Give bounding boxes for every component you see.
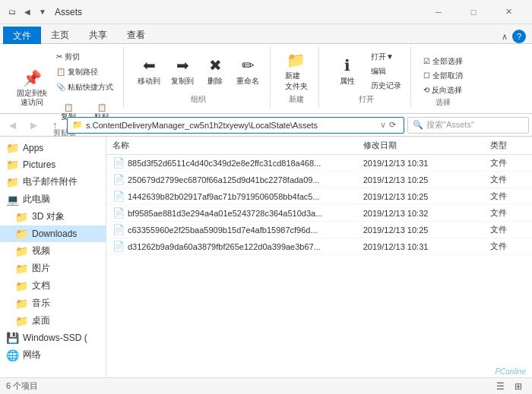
- ribbon-group-organize: ⬅ 移动到 ➡ 复制到 ✖ 删除 ✏ 重命名 组织: [127, 47, 271, 108]
- open-button[interactable]: 打开▼: [368, 50, 404, 64]
- copy-to-button[interactable]: ➡ 复制到: [166, 49, 198, 94]
- file-date-cell: 2019/12/13 10:25: [357, 172, 485, 188]
- tab-file[interactable]: 文件: [3, 27, 41, 44]
- window-controls: ─ □ ✕: [421, 0, 526, 24]
- maximize-button[interactable]: □: [456, 0, 491, 24]
- properties-button[interactable]: ℹ 属性: [328, 49, 366, 94]
- file-type-cell: 文件: [484, 188, 532, 205]
- file-name-cell: 📄d31262b9a9da60a3879fbf265e122d0a399ae3b…: [106, 238, 357, 255]
- table-row[interactable]: 📄885d3f52d6511c4d40c349d2e8e2ffc31cd818a…: [106, 155, 532, 172]
- sidebar-item-music[interactable]: 📁 音乐: [0, 295, 106, 312]
- invert-select-button[interactable]: ⟲ 反向选择: [420, 84, 466, 97]
- select-buttons: ☑ 全部选择 ☐ 全部取消 ⟲ 反向选择: [420, 55, 466, 97]
- view-detail-button[interactable]: ☰: [492, 380, 508, 393]
- tab-home[interactable]: 主页: [41, 27, 79, 43]
- title-bar: 🗂 ◀ ▼ Assets ─ □ ✕: [0, 0, 532, 24]
- nav-up-button[interactable]: ↑: [46, 116, 64, 134]
- table-row[interactable]: 📄250679d2799ec6870f66a125d9d41bc2278fada…: [106, 172, 532, 188]
- path-dropdown-icon[interactable]: ∨: [380, 120, 386, 130]
- help-button[interactable]: ?: [512, 30, 526, 43]
- nav-back-button[interactable]: ◀: [3, 116, 21, 134]
- rename-label: 重命名: [236, 76, 259, 87]
- status-bar-right: PConline ☰ ⊞: [492, 380, 526, 393]
- file-icon: 📄: [112, 174, 125, 185]
- sidebar-item-videos[interactable]: 📁 视频: [0, 242, 106, 260]
- open-buttons: ℹ 属性 打开▼ 编辑 历史记录: [328, 49, 404, 94]
- sidebar-item-network[interactable]: 🌐 网络: [0, 346, 106, 364]
- table-row[interactable]: 📄1442639b82b02917af9ac71b7919506058bb4fa…: [106, 188, 532, 205]
- sidebar-item-3d-objects[interactable]: 📁 3D 对象: [0, 208, 106, 225]
- file-name-cell: 📄bf9585ae881d3e294a4a01e5243728c364a510d…: [106, 205, 357, 222]
- paste-shortcut-button[interactable]: 📎 粘贴快捷方式: [53, 80, 117, 94]
- new-folder-label: 新建文件夹: [285, 71, 308, 92]
- file-date-cell: 2019/12/13 10:31: [357, 155, 485, 172]
- organize-buttons: ⬅ 移动到 ➡ 复制到 ✖ 删除 ✏ 重命名: [133, 49, 264, 94]
- col-type[interactable]: 类型: [484, 137, 532, 155]
- select-all-button[interactable]: ☑ 全部选择: [420, 55, 466, 68]
- sidebar-item-documents[interactable]: 📁 文档: [0, 277, 106, 295]
- new-folder-button[interactable]: 📁 新建文件夹: [280, 49, 312, 94]
- file-type-cell: 文件: [484, 238, 532, 255]
- file-date-cell: 2019/12/13 10:25: [357, 188, 485, 205]
- minimize-button[interactable]: ─: [421, 0, 456, 24]
- watermark: PConline: [495, 367, 526, 376]
- new-buttons: 📁 新建文件夹: [280, 49, 312, 94]
- table-row[interactable]: 📄bf9585ae881d3e294a4a01e5243728c364a510d…: [106, 205, 532, 222]
- this-pc-icon: 💻: [6, 194, 19, 206]
- sidebar-item-label: 音乐: [32, 297, 50, 310]
- pin-button[interactable]: 📌 固定到快速访问: [12, 65, 52, 111]
- sidebar-item-desktop[interactable]: 📁 桌面: [0, 312, 106, 329]
- close-button[interactable]: ✕: [491, 0, 526, 24]
- rename-icon: ✏: [242, 56, 255, 74]
- sidebar-item-pictures[interactable]: 📁 Pictures: [0, 156, 106, 173]
- sidebar-item-label: Windows-SSD (: [23, 333, 87, 343]
- history-button[interactable]: 历史记录: [368, 79, 404, 93]
- new-label: 新建: [289, 94, 304, 106]
- folder-music-icon: 📁: [15, 298, 28, 310]
- file-icon: 📄: [112, 157, 125, 169]
- sidebar-item-label: Apps: [23, 143, 43, 153]
- cut-button[interactable]: ✂ 剪切: [53, 50, 117, 64]
- tab-view[interactable]: 查看: [117, 27, 155, 43]
- file-list: 📄885d3f52d6511c4d40c349d2e8e2ffc31cd818a…: [106, 155, 532, 255]
- sidebar-item-this-pc[interactable]: 💻 此电脑: [0, 191, 106, 208]
- search-bar[interactable]: 🔍 搜索"Assets": [407, 117, 529, 134]
- status-bar: 6 个项目 PConline ☰ ⊞: [0, 377, 532, 394]
- deselect-all-button[interactable]: ☐ 全部取消: [420, 69, 466, 83]
- table-row[interactable]: 📄d31262b9a9da60a3879fbf265e122d0a399ae3b…: [106, 238, 532, 255]
- ribbon-collapse-btn[interactable]: ∧: [502, 32, 508, 42]
- address-bar[interactable]: 📁 s.ContentDeliveryManager_cw5n1h2txyewy…: [67, 117, 404, 134]
- sidebar-item-downloads[interactable]: 📁 Downloads: [0, 225, 106, 242]
- folder-images-icon: 📁: [15, 263, 28, 275]
- sidebar-item-label: 视频: [32, 244, 50, 257]
- table-row[interactable]: 📄c63355960e2f25baa5909b15d7e4afb15987cf9…: [106, 222, 532, 238]
- window-title: Assets: [55, 7, 421, 17]
- tab-share[interactable]: 共享: [79, 27, 117, 43]
- refresh-button[interactable]: ⟳: [386, 120, 399, 130]
- delete-button[interactable]: ✖ 删除: [200, 49, 230, 94]
- sidebar-item-label: Pictures: [23, 159, 55, 170]
- sidebar-item-images[interactable]: 📁 图片: [0, 260, 106, 277]
- ribbon-group-open: ℹ 属性 打开▼ 编辑 历史记录 打开: [322, 47, 411, 108]
- copy-path-button[interactable]: 📋 复制路径: [53, 65, 117, 79]
- sidebar-item-email-attachments[interactable]: 📁 电子邮件附件: [0, 173, 106, 191]
- file-name-cell: 📄1442639b82b02917af9ac71b7919506058bb4fa…: [106, 188, 357, 205]
- sidebar-item-windows-ssd[interactable]: 💾 Windows-SSD (: [0, 329, 106, 346]
- sidebar-item-apps[interactable]: 📁 Apps: [0, 140, 106, 156]
- address-path: s.ContentDeliveryManager_cw5n1h2txyewy\L…: [86, 121, 377, 130]
- delete-icon: ✖: [209, 56, 222, 74]
- col-name[interactable]: 名称: [106, 137, 357, 155]
- rename-button[interactable]: ✏ 重命名: [232, 49, 264, 94]
- move-to-button[interactable]: ⬅ 移动到: [133, 49, 165, 94]
- back-arrow-icon: ◀: [21, 6, 33, 18]
- file-icon: 📄: [112, 241, 125, 252]
- col-date[interactable]: 修改日期: [357, 137, 485, 155]
- nav-forward-button[interactable]: ▶: [24, 116, 43, 134]
- file-type-cell: 文件: [484, 155, 532, 172]
- folder-apps-icon: 📁: [6, 142, 19, 154]
- file-table-header: 名称 修改日期 类型: [106, 137, 532, 155]
- file-table: 名称 修改日期 类型 📄885d3f52d6511c4d40c349d2e8e2…: [106, 137, 532, 255]
- move-label: 移动到: [138, 76, 160, 87]
- view-large-icon-button[interactable]: ⊞: [511, 380, 526, 393]
- edit-button[interactable]: 编辑: [368, 65, 404, 78]
